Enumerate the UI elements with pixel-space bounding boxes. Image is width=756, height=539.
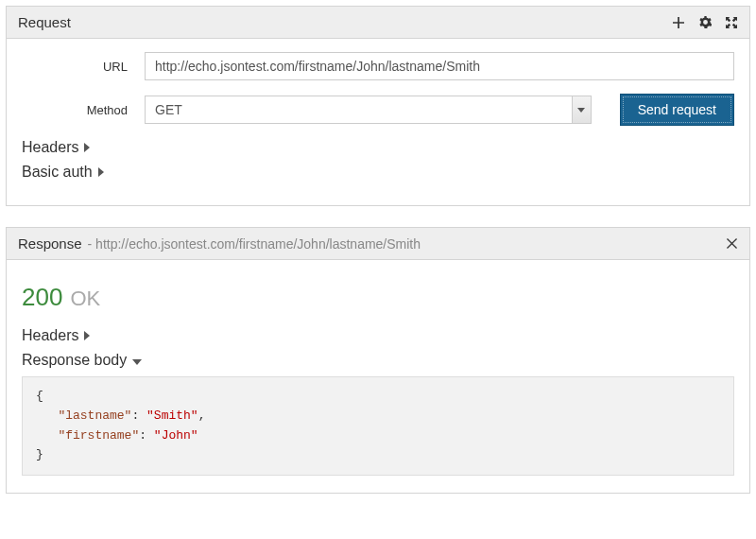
basic-auth-label: Basic auth: [22, 164, 93, 181]
response-status: 200 OK: [22, 283, 734, 312]
send-request-button[interactable]: Send request: [620, 94, 734, 126]
request-panel-header: Request: [7, 7, 749, 39]
method-select[interactable]: GET: [145, 96, 592, 124]
response-panel-body: 200 OK Headers Response body { "lastname…: [7, 260, 749, 493]
chevron-right-icon: [98, 164, 104, 181]
method-label: Method: [22, 103, 145, 117]
response-panel-header: Response - http://echo.jsontest.com/firs…: [7, 228, 749, 260]
chevron-right-icon: [84, 139, 90, 156]
method-row: Method GET Send request: [22, 94, 734, 126]
response-body-code: { "lastname": "Smith", "firstname": "Joh…: [22, 376, 734, 476]
status-code: 200: [22, 283, 62, 312]
url-label: URL: [22, 60, 145, 74]
response-header-actions: [725, 237, 738, 251]
response-body-toggle[interactable]: Response body: [22, 352, 734, 369]
response-url: - http://echo.jsontest.com/firstname/Joh…: [88, 236, 421, 252]
response-body-label: Response body: [22, 352, 127, 369]
chevron-down-icon: [132, 352, 142, 369]
close-icon[interactable]: [725, 237, 738, 251]
headers-label: Headers: [22, 139, 78, 156]
response-headers-label: Headers: [22, 327, 78, 344]
request-panel: Request URL Method GET: [6, 6, 750, 206]
url-row: URL: [22, 52, 734, 80]
request-header-actions: [672, 16, 738, 29]
url-input[interactable]: [145, 52, 734, 80]
request-panel-body: URL Method GET Send request Headers: [7, 39, 749, 205]
response-headers-toggle[interactable]: Headers: [22, 327, 734, 344]
basic-auth-toggle[interactable]: Basic auth: [22, 164, 734, 181]
headers-toggle[interactable]: Headers: [22, 139, 734, 156]
chevron-right-icon: [84, 327, 90, 344]
response-panel: Response - http://echo.jsontest.com/firs…: [6, 227, 750, 494]
gear-icon[interactable]: [698, 16, 712, 29]
response-title: Response: [18, 235, 82, 252]
expand-icon[interactable]: [725, 16, 738, 29]
request-title: Request: [18, 14, 71, 30]
plus-icon[interactable]: [672, 16, 685, 29]
status-text: OK: [70, 287, 100, 311]
